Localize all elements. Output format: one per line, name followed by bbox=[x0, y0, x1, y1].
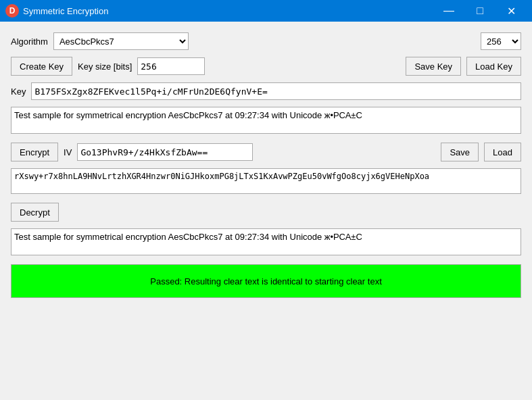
encrypt-button[interactable]: Encrypt bbox=[11, 143, 58, 161]
create-key-button[interactable]: Create Key bbox=[11, 57, 72, 76]
window-controls: — □ ✕ bbox=[433, 0, 527, 22]
key-input[interactable] bbox=[31, 82, 521, 100]
encrypted-text-row bbox=[11, 168, 521, 196]
app-icon: D bbox=[5, 4, 19, 18]
decrypted-text-row bbox=[11, 228, 521, 257]
algorithm-select[interactable]: AesCbcPkcs7 AesCbcPkcs5 AesCfb AesEcbPkc… bbox=[53, 32, 189, 50]
maximize-button[interactable]: □ bbox=[464, 0, 495, 22]
key-row: Key bbox=[11, 82, 521, 100]
status-bar: Passed: Resulting clear text is identica… bbox=[11, 264, 521, 298]
decrypt-row: Decrypt bbox=[11, 203, 521, 222]
plain-text-row bbox=[11, 107, 521, 136]
load-key-button[interactable]: Load Key bbox=[466, 57, 521, 76]
create-key-row: Create Key Key size [bits] Save Key Load… bbox=[11, 57, 521, 76]
close-button[interactable]: ✕ bbox=[495, 0, 527, 22]
window-title: Symmetric Encryption bbox=[23, 6, 433, 16]
bits-select[interactable]: 128 192 256 bbox=[481, 32, 521, 50]
key-label: Key bbox=[11, 86, 26, 97]
decrypted-text-area[interactable] bbox=[11, 228, 521, 255]
key-size-label: Key size [bits] bbox=[78, 61, 132, 72]
save-key-button[interactable]: Save Key bbox=[406, 57, 461, 76]
key-size-input[interactable] bbox=[137, 57, 205, 75]
plain-text-area[interactable] bbox=[11, 107, 521, 134]
iv-label: IV bbox=[64, 147, 72, 157]
title-bar: D Symmetric Encryption — □ ✕ bbox=[0, 0, 532, 22]
main-content: Algorithm AesCbcPkcs7 AesCbcPkcs5 AesCfb… bbox=[0, 22, 532, 400]
iv-input[interactable] bbox=[77, 143, 253, 161]
minimize-button[interactable]: — bbox=[433, 0, 464, 22]
encrypted-text-area[interactable] bbox=[11, 168, 521, 194]
load-button[interactable]: Load bbox=[484, 143, 521, 161]
algorithm-row: Algorithm AesCbcPkcs7 AesCbcPkcs5 AesCfb… bbox=[11, 32, 521, 50]
encrypt-row: Encrypt IV Save Load bbox=[11, 143, 521, 161]
save-button[interactable]: Save bbox=[441, 143, 479, 161]
algorithm-label: Algorithm bbox=[11, 36, 48, 47]
decrypt-button[interactable]: Decrypt bbox=[11, 203, 59, 222]
status-text: Passed: Resulting clear text is identica… bbox=[150, 276, 382, 286]
